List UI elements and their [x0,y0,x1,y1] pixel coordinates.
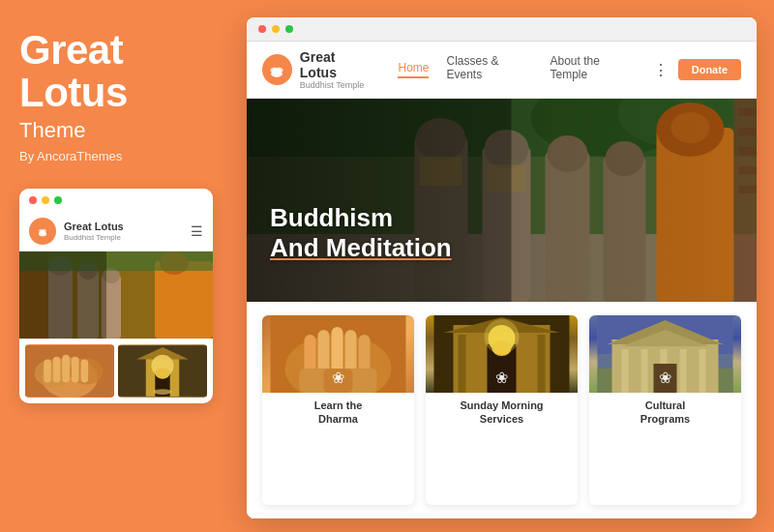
mobile-logo-sub: Buddhist Temple [64,233,124,242]
title-line2: Lotus [19,70,128,115]
svg-rect-20 [44,360,51,383]
svg-point-30 [155,368,169,379]
dot-yellow-icon [42,196,49,204]
donate-button[interactable]: Donate [678,59,741,80]
svg-point-31 [153,389,171,395]
theme-title: Great Lotus [19,29,218,114]
theme-subtitle: Theme [19,118,218,143]
dot-green-icon [54,196,62,204]
lotus-card3-icon: ❀ [659,369,671,387]
card-services-label: Sunday Morning Services [426,393,578,430]
card-dharma: ❀ Learn the Dharma [262,315,414,505]
browser-window: Great Lotus Buddhist Temple Home Classes… [247,17,757,518]
mobile-nav: Great Lotus Buddhist Temple ☰ [19,212,213,251]
hamburger-icon[interactable]: ☰ [191,223,203,239]
hero-text: Buddhism And Meditation [270,203,452,263]
nav-classes[interactable]: Classes & Events [446,54,532,85]
nav-more-icon[interactable]: ⋮ [653,61,669,79]
lotus-icon [262,54,292,85]
card-dharma-image: ❀ [262,315,414,393]
svg-rect-91 [700,349,706,393]
svg-rect-80 [538,335,546,393]
site-name: Great Lotus [300,49,373,80]
browser-dot-green [285,25,293,33]
svg-rect-22 [62,355,70,383]
theme-author: By AncoraThemes [19,149,218,163]
svg-rect-88 [641,349,648,393]
nav-home[interactable]: Home [398,61,429,78]
hero-overlay [247,99,757,302]
card-cultural-image: ❀ [589,315,741,393]
card-cultural-label: Cultural Programs [589,393,741,430]
site-nav: Great Lotus Buddhist Temple Home Classes… [247,42,757,99]
mobile-logo-name: Great Lotus [64,221,124,233]
card-dharma-label: Learn the Dharma [262,393,414,430]
svg-rect-23 [72,357,79,383]
mobile-hero: Buddhism And Meditation [19,251,213,339]
browser-titlebar [247,17,757,42]
mobile-card-temple [118,344,207,398]
cards-section: ❀ Learn the Dharma [247,302,757,518]
browser-dot-yellow [272,25,280,33]
nav-about[interactable]: About the Temple [551,54,636,85]
lotus-card2-icon: ❀ [495,369,508,387]
mobile-preview: Great Lotus Buddhist Temple ☰ [19,189,213,403]
hero-heading: Buddhism And Meditation [270,203,452,263]
svg-rect-21 [53,357,61,383]
card-cultural: ❀ Cultural Programs [589,315,741,505]
left-panel: Great Lotus Theme By AncoraThemes Great … [0,0,237,532]
svg-rect-79 [459,335,466,393]
svg-rect-90 [680,349,687,393]
svg-rect-87 [622,349,629,393]
site-hero: Buddhism And Meditation [247,99,757,302]
mobile-cards [19,339,213,403]
hero-line2: And Meditation [270,233,452,262]
mobile-logo-icon [29,218,56,245]
lotus-card-icon: ❀ [332,369,344,387]
hero-line1: Buddhism [270,203,393,232]
svg-rect-11 [155,261,213,339]
nav-links: Home Classes & Events About the Temple ⋮ [398,54,668,85]
svg-point-78 [485,319,520,354]
card-services-image: ❀ [426,315,578,393]
mobile-titlebar [19,189,213,212]
title-line1: Great [19,27,123,73]
card-services: ❀ Sunday Morning Services [426,315,578,505]
svg-rect-15 [19,251,106,339]
site-tagline: Buddhist Temple [300,80,373,90]
mobile-card-hands [25,344,114,398]
svg-rect-24 [81,360,89,383]
dot-red-icon [29,196,37,204]
browser-dot-red [258,25,266,33]
site-logo: Great Lotus Buddhist Temple [262,49,372,90]
browser-content: Great Lotus Buddhist Temple Home Classes… [247,42,757,518]
right-panel: Great Lotus Buddhist Temple Home Classes… [237,0,774,532]
